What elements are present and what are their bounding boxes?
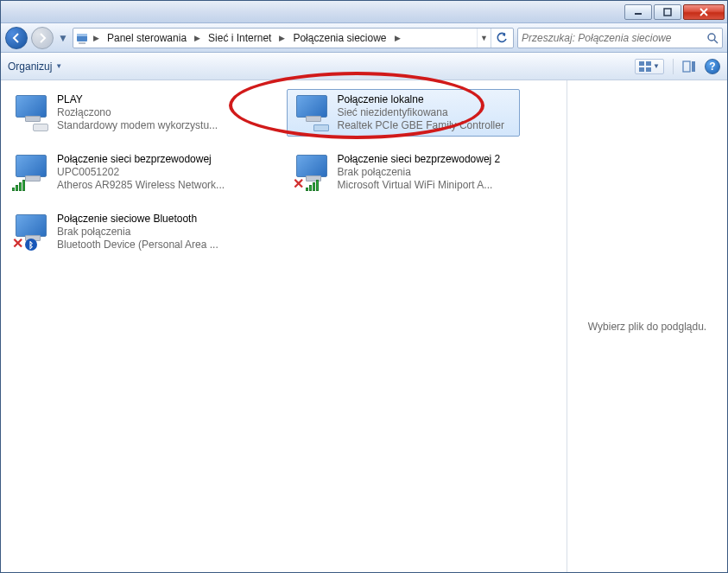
connections-list[interactable]: PLAYRozłączonoStandardowy modem wykorzys… [1, 80, 567, 572]
breadcrumb-arrow-icon[interactable]: ▶ [91, 34, 102, 42]
svg-rect-1 [664, 9, 671, 16]
breadcrumb-segment[interactable]: Sieć i Internet [203, 29, 276, 48]
breadcrumb-arrow-icon[interactable]: ▶ [192, 34, 203, 42]
connection-device: Atheros AR9285 Wireless Network... [57, 179, 225, 192]
client-area: PLAYRozłączonoStandardowy modem wykorzys… [1, 80, 727, 572]
maximize-button[interactable] [654, 4, 681, 20]
svg-rect-4 [79, 42, 85, 44]
organize-button[interactable]: Organizuj [8, 60, 52, 73]
connection-status: Rozłączono [57, 106, 218, 119]
connection-status: UPC0051202 [57, 166, 225, 179]
svg-point-5 [708, 34, 715, 41]
breadcrumb-arrow-icon[interactable]: ▶ [276, 34, 288, 42]
svg-rect-7 [639, 61, 644, 66]
connection-name: Połączenie sieci bezprzewodowej [57, 153, 225, 166]
connection-item[interactable]: Połączenie sieci bezprzewodowejUPC005120… [6, 149, 239, 196]
svg-line-6 [714, 40, 718, 43]
connection-device: Microsoft Virtual WiFi Miniport A... [338, 179, 501, 192]
svg-rect-0 [635, 13, 642, 15]
connection-status: Sieć niezidentyfikowana [338, 106, 504, 119]
navigation-bar: ▼ ▶ Panel sterowania ▶ Sieć i Internet ▶… [1, 23, 727, 53]
connection-device: Standardowy modem wykorzystu... [57, 119, 218, 132]
refresh-button[interactable] [491, 29, 511, 48]
help-button[interactable]: ? [705, 59, 720, 74]
search-box[interactable] [517, 28, 723, 48]
breadcrumb-segment[interactable]: Połączenia sieciowe [288, 29, 391, 48]
connection-icon [12, 93, 50, 131]
connection-status: Brak połączenia [57, 226, 218, 239]
connection-icon: ✕ᛒ [12, 213, 50, 251]
search-input[interactable] [522, 32, 690, 44]
svg-rect-3 [77, 34, 87, 36]
titlebar [1, 1, 727, 23]
toolbar: Organizuj ▼ ▼ ? [1, 53, 727, 80]
connection-item[interactable]: PLAYRozłączonoStandardowy modem wykorzys… [6, 89, 239, 137]
forward-button[interactable] [31, 27, 54, 49]
connection-status: Brak połączenia [338, 166, 501, 179]
preview-pane-button[interactable] [682, 60, 696, 73]
back-button[interactable] [5, 27, 28, 49]
preview-pane: Wybierz plik do podglądu. [567, 80, 727, 572]
preview-empty-text: Wybierz plik do podglądu. [588, 321, 706, 333]
connection-icon [12, 153, 50, 191]
connection-name: PLAY [57, 93, 218, 106]
connection-device: Realtek PCIe GBE Family Controller [338, 119, 504, 132]
breadcrumb[interactable]: ▶ Panel sterowania ▶ Sieć i Internet ▶ P… [73, 28, 514, 48]
breadcrumb-dropdown[interactable]: ▼ [477, 29, 491, 48]
minimize-button[interactable] [624, 4, 652, 20]
tiles-view-icon [639, 61, 651, 72]
separator [673, 59, 674, 74]
close-button[interactable] [683, 4, 725, 20]
search-icon[interactable] [706, 32, 719, 44]
explorer-window: ▼ ▶ Panel sterowania ▶ Sieć i Internet ▶… [0, 0, 728, 573]
svg-rect-12 [692, 61, 695, 72]
chevron-down-icon[interactable]: ▼ [55, 62, 62, 70]
connection-item[interactable]: ✕Połączenie sieci bezprzewodowej 2Brak p… [287, 149, 520, 196]
connection-item[interactable]: ✕ᛒPołączenie sieciowe BluetoothBrak połą… [6, 208, 239, 256]
control-panel-icon [75, 31, 89, 45]
svg-rect-11 [683, 61, 690, 72]
connection-name: Połączenie lokalne [338, 93, 504, 106]
connection-name: Połączenie sieci bezprzewodowej 2 [338, 153, 501, 166]
svg-rect-9 [639, 67, 644, 72]
view-options-button[interactable]: ▼ [635, 59, 664, 74]
connection-icon: ✕ [293, 153, 331, 191]
connection-icon [293, 93, 331, 131]
svg-rect-10 [646, 67, 651, 72]
connection-device: Bluetooth Device (Personal Area ... [57, 239, 218, 251]
breadcrumb-segment[interactable]: Panel sterowania [102, 29, 192, 48]
connection-name: Połączenie sieciowe Bluetooth [57, 213, 218, 226]
connection-item[interactable]: Połączenie lokalneSieć niezidentyfikowan… [287, 89, 520, 137]
breadcrumb-arrow-icon[interactable]: ▶ [392, 34, 403, 42]
history-dropdown[interactable]: ▼ [57, 28, 69, 48]
svg-rect-8 [646, 61, 651, 66]
